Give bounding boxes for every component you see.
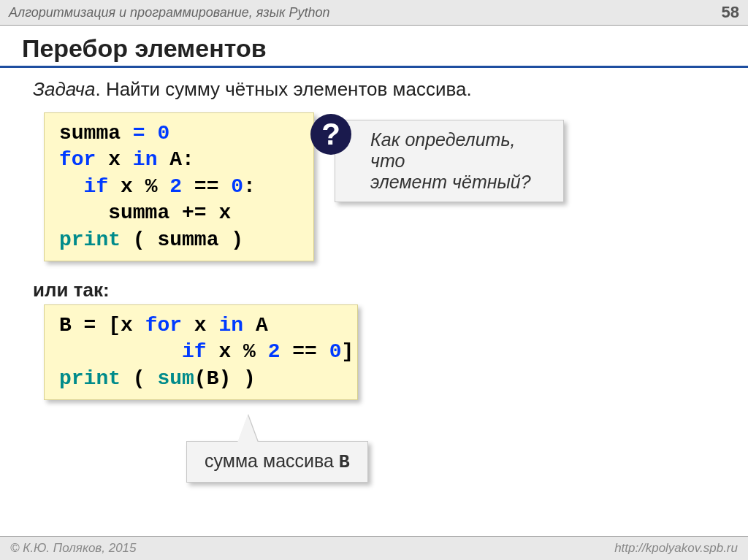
footer-url: http://kpolyakov.spb.ru xyxy=(614,541,738,556)
task-label: Задача xyxy=(33,78,95,100)
question-mark-icon: ? xyxy=(310,114,351,155)
code-block-1: summa = 0 for x in A: if x % 2 == 0: sum… xyxy=(44,112,314,261)
question-callout: Как определить, что элемент чётный? xyxy=(335,120,564,202)
question-line1: Как определить, что xyxy=(370,129,547,172)
callout-code: B xyxy=(339,452,350,473)
code-block-2: B = [x for x in A if x % 2 == 0] print (… xyxy=(44,304,358,400)
slide-footer: © К.Ю. Поляков, 2015 http://kpolyakov.sp… xyxy=(0,536,748,560)
or-label: или так: xyxy=(33,279,748,302)
sum-callout: сумма массива B xyxy=(186,441,368,483)
callout-tail-icon xyxy=(237,415,258,442)
course-title: Алгоритмизация и программирование, язык … xyxy=(9,5,329,20)
question-line2: элемент чётный? xyxy=(370,172,547,193)
callout-text: сумма массива xyxy=(205,450,339,471)
task-description: Задача. Найти сумму чётных элементов мас… xyxy=(0,68,748,108)
task-text: . Найти сумму чётных элементов массива. xyxy=(95,78,471,100)
page-number: 58 xyxy=(722,3,739,22)
copyright: © К.Ю. Поляков, 2015 xyxy=(10,541,137,556)
slide-header: Алгоритмизация и программирование, язык … xyxy=(0,0,748,26)
slide-title: Перебор элементов xyxy=(0,26,748,68)
